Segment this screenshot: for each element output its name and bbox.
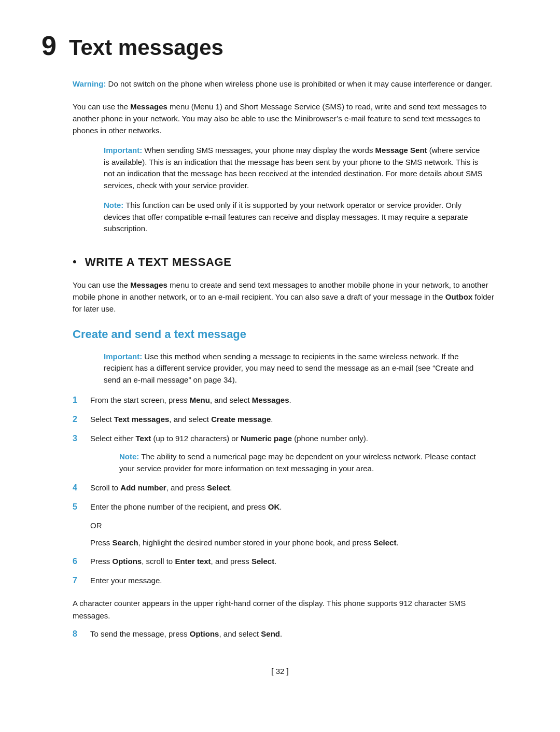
- step-2-number: 2: [73, 413, 87, 426]
- bullet-section-intro: You can use the Messages menu to create …: [73, 279, 498, 315]
- step-5-number: 5: [73, 501, 87, 514]
- step-2-text: Select Text messages, and select Create …: [90, 413, 498, 425]
- step-1-number: 1: [73, 394, 87, 407]
- bullet-heading: • WRITE A TEXT MESSAGE: [73, 254, 498, 271]
- bullet-dot: •: [73, 256, 77, 268]
- step3-note-text: The ability to send a numerical page may…: [119, 452, 476, 473]
- step-3: 3 Select either Text (up to 912 characte…: [73, 432, 498, 445]
- write-text-message-title: WRITE A TEXT MESSAGE: [85, 254, 232, 271]
- footer-text: A character counter appears in the upper…: [73, 597, 498, 622]
- step-3-text: Select either Text (up to 912 characters…: [90, 432, 498, 444]
- note-block: Note: This function can be used only if …: [73, 200, 498, 235]
- step-4: 4 Scroll to Add number, and press Select…: [73, 482, 498, 495]
- important-block: Important: When sending SMS messages, yo…: [73, 145, 498, 191]
- chapter-header: 9 Text messages: [41, 31, 519, 64]
- subsection-important-block: Important: Use this method when sending …: [73, 351, 498, 386]
- steps-list-final: 6 Press Options, scroll to Enter text, a…: [73, 555, 498, 587]
- warning-text: Do not switch on the phone when wireless…: [108, 79, 492, 88]
- step-8: 8 To send the message, press Options, an…: [73, 628, 498, 641]
- step-5: 5 Enter the phone number of the recipien…: [73, 501, 498, 514]
- steps-list: 1 From the start screen, press Menu, and…: [73, 394, 498, 445]
- step-2: 2 Select Text messages, and select Creat…: [73, 413, 498, 426]
- warning-label: Warning:: [73, 79, 106, 88]
- subsection-important-label: Important:: [104, 352, 142, 361]
- press-search-line: Press Search, highlight the desired numb…: [90, 537, 498, 548]
- step-3-number: 3: [73, 432, 87, 445]
- warning-block: Warning: Do not switch on the phone when…: [73, 78, 498, 90]
- step3-note-label: Note:: [119, 452, 139, 461]
- step-7: 7 Enter your message.: [73, 574, 498, 587]
- important-text: When sending SMS messages, your phone ma…: [104, 146, 482, 190]
- important-label: Important:: [104, 146, 142, 154]
- step-4-number: 4: [73, 482, 87, 495]
- subsection-title: Create and send a text message: [73, 326, 498, 343]
- step-1: 1 From the start screen, press Menu, and…: [73, 394, 498, 407]
- step-7-number: 7: [73, 574, 87, 587]
- step-8-number: 8: [73, 628, 87, 641]
- bullet-section: • WRITE A TEXT MESSAGE You can use the M…: [73, 254, 498, 641]
- step3-note-block: Note: The ability to send a numerical pa…: [73, 451, 498, 474]
- step-6-text: Press Options, scroll to Enter text, and…: [90, 555, 498, 567]
- step-8-text: To send the message, press Options, and …: [90, 628, 498, 640]
- chapter-title: Text messages: [69, 31, 223, 64]
- step-6-number: 6: [73, 555, 87, 568]
- note-text: This function can be used only if it is …: [104, 201, 468, 233]
- step-1-text: From the start screen, press Menu, and s…: [90, 394, 498, 406]
- step-5-text: Enter the phone number of the recipient,…: [90, 501, 498, 513]
- steps-list-continued: 4 Scroll to Add number, and press Select…: [73, 482, 498, 514]
- or-line: OR: [90, 520, 498, 532]
- subsection-important-text: Use this method when sending a message t…: [104, 352, 473, 384]
- note-label: Note:: [104, 201, 123, 209]
- steps-list-send: 8 To send the message, press Options, an…: [73, 628, 498, 641]
- step-7-text: Enter your message.: [90, 574, 498, 586]
- intro-paragraph: You can use the Messages menu (Menu 1) a…: [73, 101, 498, 137]
- page-number: [ 32 ]: [41, 666, 519, 678]
- section-body: Warning: Do not switch on the phone when…: [41, 78, 519, 641]
- chapter-number: 9: [41, 32, 57, 59]
- step-4-text: Scroll to Add number, and press Select.: [90, 482, 498, 494]
- step-6: 6 Press Options, scroll to Enter text, a…: [73, 555, 498, 568]
